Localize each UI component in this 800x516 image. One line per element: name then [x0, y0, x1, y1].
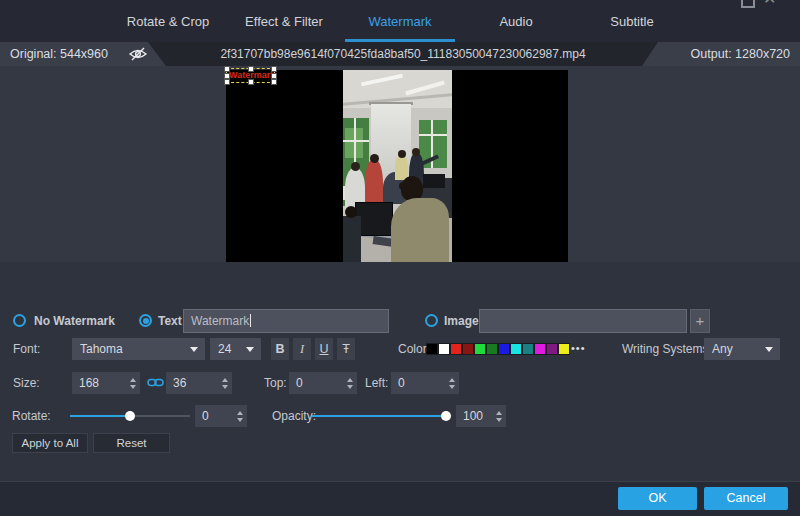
no-watermark-label: No Watermark [34, 314, 115, 328]
scene-person-head [370, 154, 379, 163]
color-label: Color: [398, 338, 430, 360]
rotate-stepper[interactable]: 0 [195, 405, 247, 427]
color-swatch-6[interactable] [487, 344, 497, 354]
resize-handle[interactable] [248, 79, 254, 85]
color-swatch-8[interactable] [511, 344, 521, 354]
add-image-button[interactable]: + [690, 309, 710, 333]
tab-bar: Rotate & CropEffect & FilterWatermarkAud… [0, 0, 800, 42]
scene-person-head [351, 162, 360, 171]
text-watermark-radio[interactable] [139, 314, 152, 327]
down-arrow-icon[interactable] [237, 418, 243, 422]
color-swatch-1[interactable] [427, 344, 437, 354]
stepper-arrows[interactable] [217, 372, 232, 394]
stepper-arrows[interactable] [232, 405, 247, 427]
scene-monitor [423, 174, 445, 188]
stepper-arrows[interactable] [491, 405, 506, 427]
color-swatch-7[interactable] [499, 344, 509, 354]
ok-button[interactable]: OK [618, 487, 697, 510]
output-resolution-label: Output: 1280x720 [691, 42, 790, 66]
writing-systems-label: Writing Systems: [622, 338, 712, 360]
up-arrow-icon[interactable] [222, 378, 228, 382]
underline-button[interactable]: U [315, 338, 333, 360]
color-swatch-11[interactable] [547, 344, 557, 354]
width-value: 168 [72, 372, 125, 394]
bold-button[interactable]: B [271, 338, 289, 360]
maximize-icon[interactable] [741, 0, 755, 8]
opacity-label: Opacity: [272, 405, 316, 427]
down-arrow-icon[interactable] [130, 385, 136, 389]
tab-rotate-crop[interactable]: Rotate & Crop [110, 0, 226, 42]
apply-to-all-button[interactable]: Apply to All [12, 433, 88, 453]
stepper-arrows[interactable] [444, 372, 459, 394]
resize-handle[interactable] [224, 79, 230, 85]
italic-button[interactable]: I [293, 338, 311, 360]
rotate-slider[interactable] [70, 411, 190, 422]
tab-subtitle[interactable]: Subtitle [574, 0, 690, 42]
scene-person-head [412, 148, 420, 156]
rotate-value: 0 [195, 405, 232, 427]
up-arrow-icon[interactable] [237, 411, 243, 415]
down-arrow-icon[interactable] [222, 385, 228, 389]
top-label: Top: [264, 372, 287, 394]
resize-handle[interactable] [224, 66, 230, 72]
close-icon[interactable]: ✕ [763, 0, 776, 7]
playback-bar: 00:00:02.00/00:00:09.24 [0, 262, 800, 292]
watermark-dialog: { "window": {"maximize_icon": "maximize"… [0, 0, 800, 516]
font-family-dropdown[interactable]: Tahoma [72, 338, 205, 360]
opacity-value: 100 [456, 405, 491, 427]
slider-thumb[interactable] [125, 411, 135, 421]
height-stepper[interactable]: 36 [166, 372, 232, 394]
dialog-footer: OK Cancel [0, 481, 800, 516]
watermark-settings-panel: No Watermark Text Watermark Image + Font… [0, 292, 800, 482]
link-dimensions-icon[interactable] [147, 377, 164, 388]
left-stepper[interactable]: 0 [391, 372, 459, 394]
eye-slash-icon[interactable] [128, 46, 148, 62]
down-arrow-icon[interactable] [449, 385, 455, 389]
up-arrow-icon[interactable] [449, 378, 455, 382]
up-arrow-icon[interactable] [130, 378, 136, 382]
opacity-stepper[interactable]: 100 [456, 405, 506, 427]
top-stepper[interactable]: 0 [289, 372, 357, 394]
width-stepper[interactable]: 168 [72, 372, 140, 394]
no-watermark-radio[interactable] [13, 314, 26, 327]
cancel-button[interactable]: Cancel [704, 487, 788, 510]
color-swatch-2[interactable] [439, 344, 449, 354]
stepper-arrows[interactable] [125, 372, 140, 394]
color-swatch-10[interactable] [535, 344, 545, 354]
strikethrough-button[interactable]: Ŧ [337, 338, 355, 360]
text-caret [250, 314, 251, 327]
image-path-input[interactable] [479, 309, 687, 333]
resize-handle[interactable] [271, 66, 277, 72]
original-resolution-label: Original: 544x960 [10, 42, 108, 66]
info-bar: Original: 544x960 2f31707bb98e9614f07042… [0, 42, 800, 66]
up-arrow-icon[interactable] [496, 411, 502, 415]
watermark-selection-box[interactable]: Watermark [226, 68, 275, 83]
stepper-arrows[interactable] [342, 372, 357, 394]
reset-button[interactable]: Reset [93, 433, 170, 453]
down-arrow-icon[interactable] [347, 385, 353, 389]
color-swatch-12[interactable] [559, 344, 569, 354]
down-arrow-icon[interactable] [496, 418, 502, 422]
scene-person-foreground [391, 198, 449, 262]
tab-effect-filter[interactable]: Effect & Filter [226, 0, 342, 42]
resize-handle[interactable] [248, 66, 254, 72]
slider-thumb[interactable] [441, 411, 451, 421]
scene-window-frame [343, 140, 369, 142]
up-arrow-icon[interactable] [347, 378, 353, 382]
opacity-slider[interactable] [312, 411, 450, 422]
color-swatch-3[interactable] [451, 344, 461, 354]
tab-watermark[interactable]: Watermark [342, 0, 458, 42]
preview-area: Watermark [0, 66, 800, 262]
color-swatch-9[interactable] [523, 344, 533, 354]
color-swatch-5[interactable] [475, 344, 485, 354]
writing-systems-dropdown[interactable]: Any [704, 338, 780, 360]
color-swatch-4[interactable] [463, 344, 473, 354]
rotate-label: Rotate: [12, 405, 51, 427]
watermark-text-input[interactable]: Watermark [183, 309, 389, 333]
tab-audio[interactable]: Audio [458, 0, 574, 42]
font-size-dropdown[interactable]: 24 [210, 338, 261, 360]
image-watermark-radio[interactable] [425, 314, 438, 327]
scene-person-head [345, 206, 357, 218]
more-colors-button[interactable]: ••• [571, 342, 586, 354]
resize-handle[interactable] [271, 79, 277, 85]
